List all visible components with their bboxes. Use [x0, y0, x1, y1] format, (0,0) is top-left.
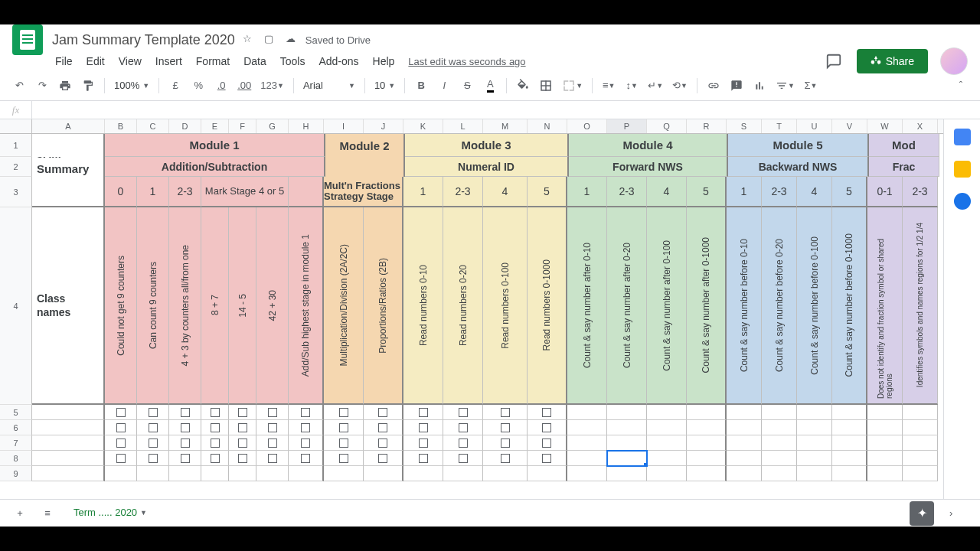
cell-S7[interactable]: [727, 435, 762, 451]
cell-M5[interactable]: [483, 405, 528, 420]
cell-T6[interactable]: [762, 420, 797, 435]
cell-F6[interactable]: [229, 420, 256, 435]
checkbox-N5[interactable]: [542, 408, 551, 417]
checkbox-F8[interactable]: [238, 454, 247, 463]
checkbox-H6[interactable]: [301, 423, 310, 432]
cell-K8[interactable]: [403, 451, 443, 466]
col-head-V[interactable]: V: [832, 119, 867, 133]
col-head-L[interactable]: L: [443, 119, 483, 133]
sheet-tab[interactable]: Term ..... 2020 ▼: [64, 502, 156, 524]
cell-G4[interactable]: 42 + 30: [256, 207, 289, 405]
menu-help[interactable]: Help: [367, 52, 401, 70]
checkbox-L6[interactable]: [459, 423, 468, 432]
cell-W4[interactable]: Does not identify and fraction symbol or…: [867, 207, 903, 405]
cell-P9[interactable]: [607, 466, 647, 481]
checkbox-K8[interactable]: [419, 454, 428, 463]
comments-icon[interactable]: [823, 51, 844, 72]
menu-tools[interactable]: Tools: [274, 52, 312, 70]
col-head-G[interactable]: G: [256, 119, 289, 133]
cell-H8[interactable]: [289, 451, 324, 466]
menu-view[interactable]: View: [113, 52, 148, 70]
cell-B3[interactable]: 0: [105, 177, 137, 207]
cell-O4[interactable]: Count & say number after 0-10: [567, 207, 607, 405]
cell-U3[interactable]: 4: [797, 177, 832, 207]
number-format-button[interactable]: 123▼: [257, 76, 287, 96]
cell-A6[interactable]: [32, 420, 105, 435]
cell-E6[interactable]: [201, 420, 229, 435]
cell-module2-title[interactable]: Module 2: [325, 134, 405, 157]
col-head-W[interactable]: W: [867, 119, 903, 133]
col-head-X[interactable]: X: [903, 119, 938, 133]
checkbox-J8[interactable]: [378, 454, 387, 463]
cell-A1[interactable]: [32, 134, 105, 157]
cell-U9[interactable]: [797, 466, 832, 481]
cell-V9[interactable]: [832, 466, 867, 481]
cell-Q3[interactable]: 4: [647, 177, 687, 207]
checkbox-G5[interactable]: [268, 408, 277, 417]
chart-button[interactable]: [750, 76, 769, 96]
cell-mark-stage[interactable]: Mark Stage 4 or 5: [201, 177, 289, 207]
inc-decimal-button[interactable]: .00: [234, 76, 254, 96]
checkbox-L7[interactable]: [459, 439, 468, 448]
cell-B8[interactable]: [105, 451, 137, 466]
cell-W9[interactable]: [867, 466, 903, 481]
cell-F7[interactable]: [229, 435, 256, 451]
keep-icon[interactable]: [954, 161, 971, 178]
paint-format-button[interactable]: [78, 76, 98, 96]
cell-B5[interactable]: [105, 405, 137, 420]
cell-J5[interactable]: [364, 405, 403, 420]
cell-K3[interactable]: 1: [403, 177, 443, 207]
row-head-3[interactable]: 3: [0, 177, 32, 207]
cell-W7[interactable]: [867, 435, 903, 451]
cell-W8[interactable]: [867, 451, 903, 466]
checkbox-H7[interactable]: [301, 439, 310, 448]
cell-L6[interactable]: [443, 420, 483, 435]
cell-K4[interactable]: Read numbers 0-10: [403, 207, 443, 405]
checkbox-H8[interactable]: [301, 454, 310, 463]
calendar-icon[interactable]: [954, 129, 971, 145]
checkbox-F5[interactable]: [238, 408, 247, 417]
valign-button[interactable]: ↕▼: [622, 76, 642, 96]
cell-F9[interactable]: [229, 466, 256, 481]
menu-data[interactable]: Data: [237, 52, 273, 70]
cell-G8[interactable]: [256, 451, 289, 466]
col-head-B[interactable]: B: [105, 119, 137, 133]
cell-I6[interactable]: [324, 420, 364, 435]
cell-I9[interactable]: [324, 466, 364, 481]
cell-L8[interactable]: [443, 451, 483, 466]
cell-S6[interactable]: [727, 420, 762, 435]
cell-J6[interactable]: [364, 420, 403, 435]
fill-color-button[interactable]: [513, 76, 533, 96]
checkbox-M6[interactable]: [501, 423, 510, 432]
print-button[interactable]: [55, 76, 75, 96]
currency-button[interactable]: £: [165, 76, 185, 96]
cell-W3[interactable]: 0-1: [867, 177, 903, 207]
font-select[interactable]: Arial ▼: [300, 78, 358, 93]
menu-format[interactable]: Format: [190, 52, 236, 70]
cell-U4[interactable]: Count & say number before 0-100: [797, 207, 832, 405]
cell-E8[interactable]: [201, 451, 229, 466]
cell-P3[interactable]: 2-3: [607, 177, 647, 207]
bold-button[interactable]: B: [411, 76, 431, 96]
checkbox-I6[interactable]: [339, 423, 348, 432]
cell-Q4[interactable]: Count & say number after 0-100: [647, 207, 687, 405]
cell-E9[interactable]: [201, 466, 229, 481]
cell-N4[interactable]: Read numbers 0-1000: [528, 207, 567, 405]
cell-S8[interactable]: [727, 451, 762, 466]
cell-L3[interactable]: 2-3: [443, 177, 483, 207]
cell-I4[interactable]: Multiplication/Division (2A/2C): [324, 207, 364, 405]
cell-D9[interactable]: [169, 466, 201, 481]
checkbox-C7[interactable]: [149, 439, 158, 448]
checkbox-M7[interactable]: [501, 439, 510, 448]
checkbox-G7[interactable]: [268, 439, 277, 448]
cell-module1-sub[interactable]: Addition/Subtraction: [105, 157, 325, 177]
cell-K9[interactable]: [403, 466, 443, 481]
cell-W5[interactable]: [867, 405, 903, 420]
halign-button[interactable]: ≡▼: [599, 76, 619, 96]
cell-A9[interactable]: [32, 466, 105, 481]
cell-D6[interactable]: [169, 420, 201, 435]
checkbox-D7[interactable]: [181, 439, 190, 448]
expand-side-panel[interactable]: ›: [949, 507, 971, 519]
col-head-I[interactable]: I: [324, 119, 364, 133]
cell-N9[interactable]: [528, 466, 567, 481]
